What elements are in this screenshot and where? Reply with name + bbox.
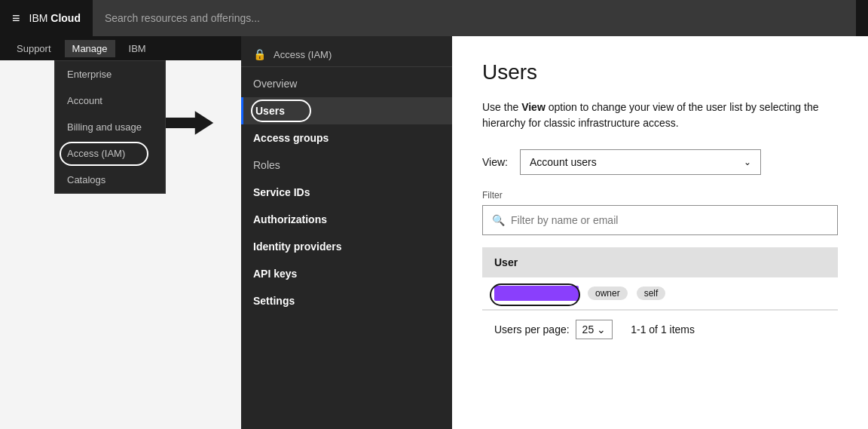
arrow-container (162, 108, 215, 141)
filter-label: Filter (482, 190, 838, 201)
pagination-row: Users per page: 25 ⌄ 1-1 of 1 items (482, 310, 838, 348)
ibm-nav-item[interactable]: IBM (121, 40, 154, 57)
sidebar-item-roles[interactable]: Roles (241, 152, 452, 179)
sidebar-item-overview[interactable]: Overview (241, 70, 452, 97)
lock-icon: 🔒 (253, 48, 266, 60)
manage-dropdown: Enterprise Account Billing and usage Acc… (54, 60, 166, 194)
filter-input-wrapper: 🔍 (482, 205, 838, 235)
filter-section: Filter 🔍 (482, 190, 838, 235)
sidebar-header: 🔒 Access (IAM) (241, 36, 452, 67)
dropdown-catalogs[interactable]: Catalogs (55, 167, 165, 193)
chevron-down-icon: ⌄ (744, 157, 751, 167)
sidebar-item-service-ids[interactable]: Service IDs (241, 179, 452, 206)
per-page-chevron: ⌄ (597, 323, 606, 336)
sidebar-item-access-groups[interactable]: Access groups (241, 124, 452, 152)
main-content-area: Users Use the View option to change your… (452, 36, 868, 429)
view-label: View: (482, 156, 508, 168)
dropdown-access-iam[interactable]: Access (IAM) (55, 140, 165, 167)
table-header: User (482, 247, 838, 277)
user-name-cell: RAJESH PATIL (494, 287, 579, 300)
view-row: View: Account users ⌄ (482, 149, 838, 175)
per-page-select[interactable]: 25 ⌄ (576, 320, 613, 339)
sidebar-item-users[interactable]: Users (241, 97, 452, 124)
search-icon: 🔍 (492, 214, 505, 226)
left-overlay-area: Support Manage IBM Enterprise Account Bi… (0, 36, 241, 429)
per-page-label: Users per page: (494, 323, 570, 336)
arrow-icon (162, 108, 215, 138)
owner-tag: owner (588, 287, 628, 300)
self-tag: self (637, 287, 666, 300)
page-description: Use the View option to change your view … (482, 100, 838, 131)
dropdown-account[interactable]: Account (55, 87, 165, 114)
brand-name: IBM Cloud (29, 12, 81, 24)
global-search-input[interactable] (93, 0, 856, 36)
dropdown-enterprise[interactable]: Enterprise (55, 61, 165, 87)
support-nav-item[interactable]: Support (9, 40, 59, 57)
per-page-value: 25 (582, 323, 594, 336)
sidebar-item-identity-providers[interactable]: Identity providers (241, 233, 452, 260)
page-title: Users (482, 60, 838, 84)
pagination-info: 1-1 of 1 items (631, 323, 695, 336)
manage-nav-item[interactable]: Manage (65, 40, 115, 57)
manage-topbar: Support Manage IBM (0, 36, 241, 60)
top-navigation: ≡ IBM Cloud (0, 0, 868, 36)
view-select-value: Account users (530, 156, 597, 168)
svg-marker-0 (162, 111, 213, 135)
dropdown-billing[interactable]: Billing and usage (55, 114, 165, 140)
view-select[interactable]: Account users ⌄ (520, 149, 761, 175)
hamburger-icon[interactable]: ≡ (12, 11, 20, 26)
main-layout: Support Manage IBM Enterprise Account Bi… (0, 36, 868, 429)
sidebar-item-api-keys[interactable]: API keys (241, 260, 452, 287)
filter-input[interactable] (511, 214, 828, 226)
sidebar-section-title: Access (IAM) (274, 49, 332, 60)
sidebar-item-settings[interactable]: Settings (241, 287, 452, 314)
table-row: RAJESH PATIL owner self (482, 277, 838, 310)
nav-brand-area: ≡ IBM Cloud (12, 11, 81, 26)
sidebar-item-authorizations[interactable]: Authorizations (241, 206, 452, 233)
user-name-censored: RAJESH PATIL (494, 286, 579, 301)
sidebar: 🔒 Access (IAM) Overview Users Access gro… (241, 36, 452, 429)
